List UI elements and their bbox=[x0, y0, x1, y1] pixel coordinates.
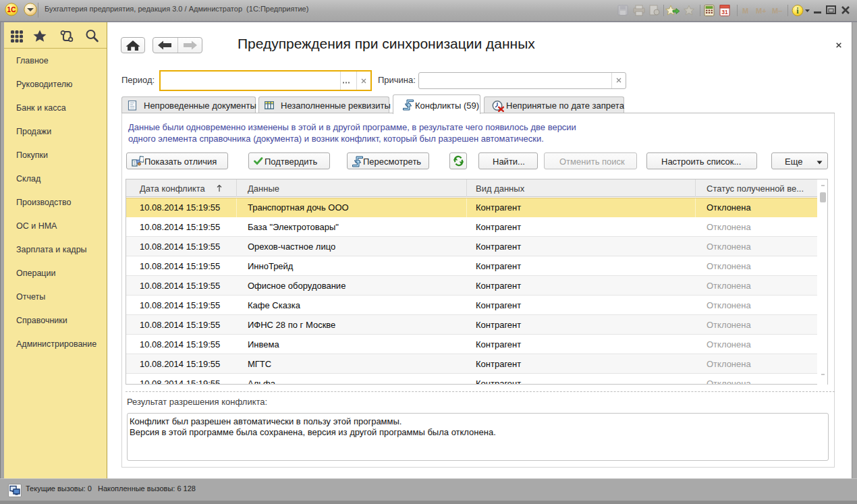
svg-text:31: 31 bbox=[721, 9, 728, 16]
svg-text:M–: M– bbox=[772, 7, 782, 15]
svg-text:1С: 1С bbox=[7, 6, 16, 13]
svg-text:M+: M+ bbox=[756, 7, 767, 15]
svg-text:M: M bbox=[742, 7, 748, 15]
